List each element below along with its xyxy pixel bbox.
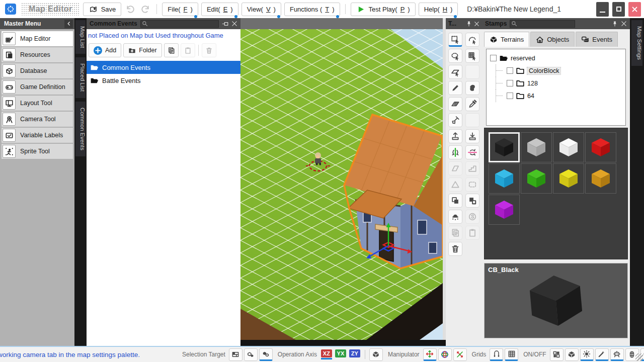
tool-rotate-horizontal-button[interactable] bbox=[448, 145, 462, 159]
close-button[interactable] bbox=[628, 2, 641, 17]
axis-toggle-yx[interactable]: YX bbox=[335, 349, 346, 359]
tree-checkbox[interactable] bbox=[507, 67, 513, 74]
menu-edit-button[interactable]: Edit(E) bbox=[201, 3, 238, 16]
tool-face-select-button[interactable] bbox=[448, 65, 462, 79]
menu-view-button[interactable]: View(V) bbox=[242, 3, 281, 16]
delete-event-button[interactable] bbox=[202, 43, 216, 57]
tool-scatter-button[interactable] bbox=[448, 210, 462, 224]
sidebar-item-variable-labels[interactable]: Variable Labels bbox=[2, 128, 73, 143]
tool-send-back-button[interactable] bbox=[465, 194, 479, 208]
stamp-swatch-cyan[interactable] bbox=[489, 163, 520, 194]
selection-sel-objects-button[interactable] bbox=[244, 348, 258, 361]
close-panel-icon[interactable] bbox=[231, 21, 237, 27]
tool-texture-brush-button[interactable] bbox=[448, 97, 462, 111]
tool-delete-button[interactable] bbox=[448, 242, 462, 256]
menu-file-button[interactable]: File(F) bbox=[162, 3, 198, 16]
dock-tab-placed-list[interactable]: Placed List bbox=[75, 57, 86, 98]
sidebar-item-database[interactable]: Database bbox=[2, 63, 73, 78]
dock-tab-map-list[interactable]: Map List bbox=[75, 20, 86, 54]
stamp-swatch-green[interactable] bbox=[521, 163, 552, 194]
tree-node-colorblock[interactable]: ColorBlock bbox=[488, 64, 624, 77]
tab-events[interactable]: Events bbox=[576, 32, 618, 47]
stamp-swatch-amber[interactable] bbox=[585, 163, 616, 194]
map-scene[interactable] bbox=[240, 29, 443, 340]
manipulator-manip-scale-button[interactable] bbox=[453, 348, 467, 361]
tool-raise-terrain-button[interactable] bbox=[448, 129, 462, 143]
selection-sel-both-button[interactable] bbox=[259, 348, 273, 361]
display-disp-squares-button[interactable] bbox=[550, 348, 564, 361]
tool-pen-button[interactable] bbox=[448, 81, 462, 95]
sidebar-item-camera-tool[interactable]: Camera Tool bbox=[2, 112, 73, 127]
resize-grip[interactable] bbox=[635, 353, 643, 361]
tab-objects[interactable]: Objects bbox=[530, 32, 575, 47]
add-folder-button[interactable]: Folder bbox=[123, 43, 162, 57]
test-play-button[interactable]: Test Play(P) bbox=[351, 3, 416, 16]
tool-paste-button[interactable] bbox=[465, 226, 479, 240]
display-disp-character-button[interactable] bbox=[610, 348, 624, 361]
redo-icon[interactable] bbox=[139, 4, 151, 14]
tree-checkbox[interactable] bbox=[507, 80, 513, 86]
tool-stairs-button[interactable] bbox=[465, 161, 479, 175]
help-button[interactable]: Help(H) bbox=[419, 3, 458, 16]
stamp-swatch-purple[interactable] bbox=[489, 195, 520, 225]
stamp-swatch-white[interactable] bbox=[553, 132, 584, 162]
selection-sel-tiles-button[interactable] bbox=[229, 348, 243, 361]
tab-terrains[interactable]: Terrains bbox=[484, 32, 529, 47]
tool-rect-select-button[interactable] bbox=[448, 33, 462, 47]
sidebar-item-sprite-tool[interactable]: Sprite Tool bbox=[2, 144, 73, 159]
grids-grid-button[interactable] bbox=[505, 348, 518, 361]
sidebar-item-map-editor[interactable]: Map Editor bbox=[2, 31, 73, 46]
tool-freehand-select-button[interactable] bbox=[465, 33, 479, 47]
axis-toggle-xz[interactable]: XZ bbox=[321, 349, 332, 359]
dock-tab-common-events[interactable]: Common Events bbox=[75, 102, 86, 156]
maximize-button[interactable] bbox=[612, 2, 625, 17]
tool-tile-select-button[interactable] bbox=[465, 49, 479, 63]
pin-icon[interactable] bbox=[612, 21, 618, 27]
stamp-swatch-red[interactable] bbox=[585, 132, 616, 162]
manipulator-manip-move-button[interactable] bbox=[423, 348, 437, 361]
auto-hide-pin-icon[interactable] bbox=[222, 21, 228, 27]
display-disp-effect-button[interactable] bbox=[595, 348, 609, 361]
close-panel-icon[interactable] bbox=[621, 21, 627, 27]
pin-icon[interactable] bbox=[466, 21, 472, 27]
tool-blob-brush-button[interactable] bbox=[465, 81, 479, 95]
tool-lower-terrain-button[interactable] bbox=[465, 129, 479, 143]
grids-magnet-button[interactable] bbox=[490, 348, 503, 361]
paste-event-button[interactable] bbox=[181, 43, 195, 57]
tree-checkbox[interactable] bbox=[490, 55, 497, 61]
sidebar-item-layout-tool[interactable]: Layout Tool bbox=[2, 96, 73, 111]
collapse-sidebar-button[interactable] bbox=[64, 20, 73, 28]
tool-slope-button[interactable] bbox=[448, 161, 462, 175]
manipulator-manip-rotate-button[interactable] bbox=[438, 348, 452, 361]
tool-ramp-button[interactable] bbox=[448, 177, 462, 192]
add-event-button[interactable]: Add bbox=[89, 43, 121, 57]
sidebar-item-game-definition[interactable]: Game Definition bbox=[2, 79, 73, 95]
operation-axis-cube-button[interactable] bbox=[369, 348, 383, 361]
tree-node-64[interactable]: 64 bbox=[488, 89, 624, 102]
tree-node-128[interactable]: 128 bbox=[488, 77, 624, 89]
save-button[interactable]: Save bbox=[83, 3, 122, 16]
tree-checkbox[interactable] bbox=[507, 93, 513, 99]
tool-eyedropper-button[interactable] bbox=[465, 97, 479, 111]
event-folder-common-events[interactable]: Common Events bbox=[87, 61, 240, 74]
axis-toggle-zy[interactable]: ZY bbox=[349, 349, 360, 359]
stamp-swatch-gray[interactable] bbox=[521, 132, 552, 162]
tool-frame-button[interactable] bbox=[465, 177, 479, 192]
display-disp-terrain-button[interactable] bbox=[565, 348, 579, 361]
stamp-swatch-yellow[interactable] bbox=[553, 163, 584, 194]
close-panel-icon[interactable] bbox=[474, 21, 479, 27]
display-disp-light-button[interactable] bbox=[580, 348, 594, 361]
tool-snap-button[interactable] bbox=[465, 210, 479, 224]
tool-ellipse-select-button[interactable] bbox=[448, 49, 462, 63]
sidebar-item-resources[interactable]: Resources bbox=[2, 47, 73, 62]
undo-icon[interactable] bbox=[124, 4, 136, 14]
common-events-search-input[interactable] bbox=[140, 20, 219, 28]
dock-tab-map-settings[interactable]: Map Settings bbox=[631, 20, 642, 66]
stamps-search-input[interactable] bbox=[510, 20, 575, 28]
stamp-swatch-black[interactable] bbox=[489, 132, 520, 162]
tool-rotate-vertical-button[interactable] bbox=[465, 145, 479, 159]
event-folder-battle-events[interactable]: Battle Events bbox=[87, 74, 240, 87]
menu-functions-button[interactable]: Functions (T) bbox=[284, 3, 340, 16]
tool-bring-front-button[interactable] bbox=[448, 194, 462, 208]
copy-event-button[interactable] bbox=[164, 43, 179, 57]
